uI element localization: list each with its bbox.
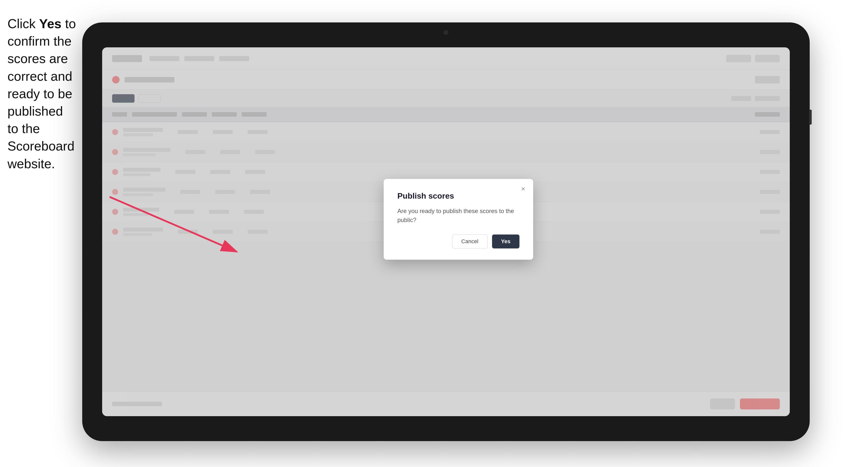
modal-yes-button[interactable]: Yes <box>492 235 520 248</box>
modal-dialog: × Publish scores Are you ready to publis… <box>384 179 533 260</box>
modal-actions: Cancel Yes <box>397 235 520 248</box>
tablet-camera <box>443 30 448 35</box>
instruction-suffix: to confirm the scores are correct and re… <box>7 17 76 171</box>
modal-title: Publish scores <box>397 191 520 200</box>
modal-close-button[interactable]: × <box>519 184 528 193</box>
tablet-device: × Publish scores Are you ready to publis… <box>82 23 810 441</box>
modal-overlay: × Publish scores Are you ready to publis… <box>102 48 790 416</box>
tablet-side-button <box>809 110 812 125</box>
modal-cancel-button[interactable]: Cancel <box>452 235 488 248</box>
modal-body-text: Are you ready to publish these scores to… <box>397 207 520 224</box>
instruction-prefix: Click <box>7 17 39 31</box>
instruction-bold: Yes <box>39 17 62 31</box>
instruction-text: Click Yes to confirm the scores are corr… <box>7 15 77 173</box>
tablet-screen: × Publish scores Are you ready to publis… <box>102 48 790 416</box>
